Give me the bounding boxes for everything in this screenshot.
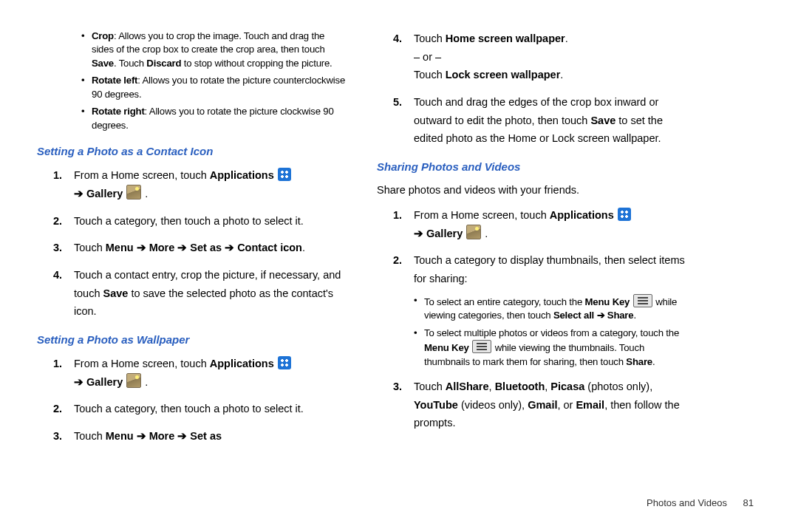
step: From a Home screen, touch Applications ➔… [53,166,347,202]
gallery-icon [126,373,141,388]
steps-contact-icon: From a Home screen, touch Applications ➔… [53,166,347,320]
page-columns: Crop: Allows you to crop the image. Touc… [37,30,687,454]
step: Touch a contact entry, crop the picture,… [53,266,347,321]
steps-wallpaper: From a Home screen, touch Applications ➔… [53,355,347,446]
steps-sharing: From a Home screen, touch Applications ➔… [393,206,687,432]
sharing-intro: Share photos and videos with your friend… [377,182,687,199]
crop-rotate-list: Crop: Allows you to crop the image. Touc… [81,30,347,132]
list-item-rotate-left: Rotate left: Allows you to rotate the pi… [81,74,347,101]
list-item: To select multiple photos or videos from… [414,327,687,369]
step: Touch a category, then touch a photo to … [53,400,347,418]
menu-key-icon [472,340,491,353]
step: Touch AllShare, Bluetooth, Picasa (photo… [393,378,687,432]
menu-key-icon [633,294,652,307]
right-column: Touch Home screen wallpaper. – or – Touc… [377,30,687,454]
applications-icon [278,168,291,181]
heading-contact-icon: Setting a Photo as a Contact Icon [37,143,347,160]
step: Touch Menu ➔ More ➔ Set as [53,427,347,446]
step: Touch Home screen wallpaper. – or – Touc… [393,30,687,84]
step: From a Home screen, touch Applications ➔… [53,355,347,391]
gallery-icon [466,225,481,239]
left-column: Crop: Allows you to crop the image. Touc… [37,30,347,454]
list-item-rotate-right: Rotate right: Allows you to rotate the p… [81,105,347,132]
step: Touch Menu ➔ More ➔ Set as ➔ Contact ico… [53,239,347,257]
list-item: To select an entire category, touch the … [414,294,687,323]
applications-icon [618,208,631,221]
step: Touch a category, then touch a photo to … [53,212,347,231]
step: Touch a category to display thumbnails, … [393,251,687,369]
step: From a Home screen, touch Applications ➔… [393,206,687,242]
heading-sharing: Sharing Photos and Videos [377,158,687,176]
list-item-crop: Crop: Allows you to crop the image. Touc… [81,30,347,70]
sharing-sublist: To select an entire category, touch the … [414,294,687,369]
applications-icon [278,356,291,369]
gallery-icon [126,185,141,200]
heading-wallpaper: Setting a Photo as Wallpaper [37,331,347,349]
step: Touch and drag the edges of the crop box… [393,93,687,148]
steps-wallpaper-cont: Touch Home screen wallpaper. – or – Touc… [393,30,687,148]
